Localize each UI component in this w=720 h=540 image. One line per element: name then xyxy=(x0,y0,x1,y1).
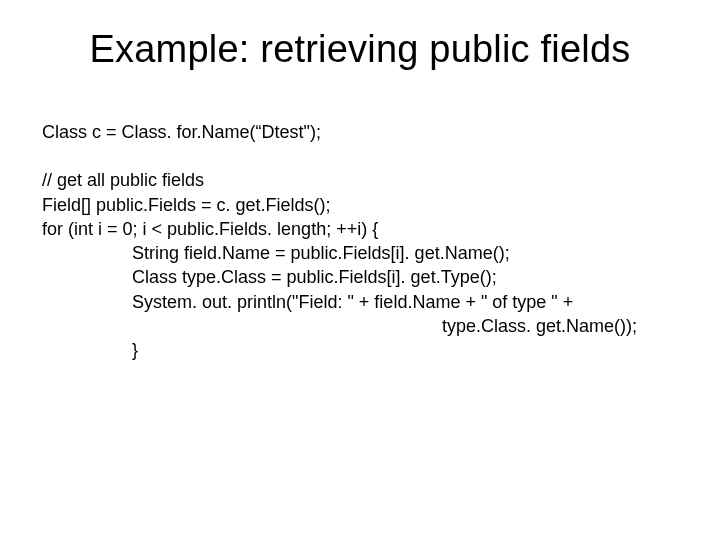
code-line: System. out. println("Field: " + field.N… xyxy=(42,290,682,314)
code-line: Class c = Class. for.Name(“Dtest"); xyxy=(42,120,682,144)
blank-line xyxy=(42,144,682,168)
code-line: // get all public fields xyxy=(42,168,682,192)
code-line: } xyxy=(42,338,682,362)
code-line: for (int i = 0; i < public.Fields. lengt… xyxy=(42,217,682,241)
code-block: Class c = Class. for.Name(“Dtest"); // g… xyxy=(42,120,682,363)
code-line: String field.Name = public.Fields[i]. ge… xyxy=(42,241,682,265)
slide: Example: retrieving public fields Class … xyxy=(0,0,720,540)
code-line: Class type.Class = public.Fields[i]. get… xyxy=(42,265,682,289)
slide-title: Example: retrieving public fields xyxy=(0,28,720,71)
code-line: type.Class. get.Name()); xyxy=(42,314,682,338)
code-line: Field[] public.Fields = c. get.Fields(); xyxy=(42,193,682,217)
